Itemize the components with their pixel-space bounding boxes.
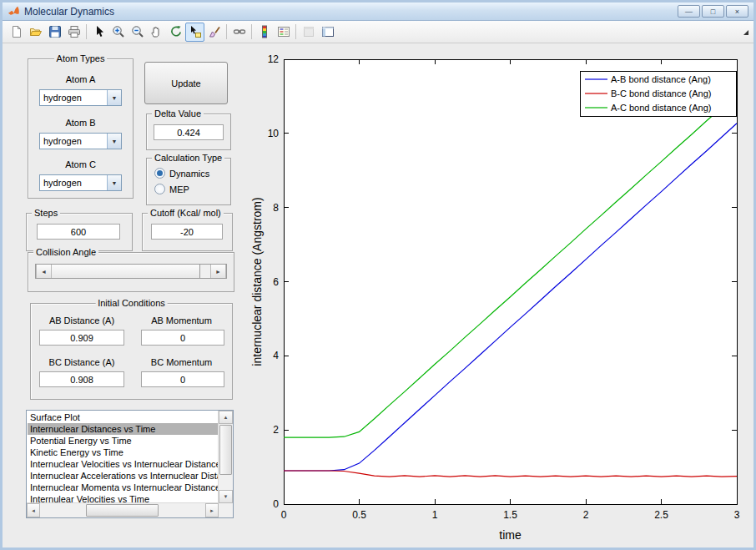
close-button[interactable]: × [726,5,748,18]
radio-dynamics[interactable]: Dynamics [154,168,209,179]
atom-c-value: hydrogen [40,178,107,188]
steps-input[interactable] [37,224,120,240]
print-icon[interactable] [64,23,83,42]
y-tick-label: 4 [273,350,279,361]
atom-a-select[interactable]: hydrogen ▼ [39,89,122,106]
panel-title: Calculation Type [152,153,224,163]
ab-distance-input[interactable] [39,330,124,346]
scroll-down-icon[interactable]: ▼ [219,490,233,503]
scrollbar-corner [219,503,233,517]
update-button[interactable]: Update [144,62,228,104]
hide-plot-tools-icon[interactable] [299,23,318,42]
chevron-down-icon: ▼ [107,90,121,105]
delta-value-panel: Delta Value [146,114,231,150]
open-file-icon[interactable] [26,23,45,42]
list-item[interactable]: Internuclear Distances vs Time [28,423,219,435]
vscroll-thumb[interactable] [219,425,232,475]
plot-axes[interactable]: 02468101200.511.522.53timeinternuclear d… [249,48,753,546]
steps-panel: Steps [26,213,133,251]
list-item[interactable]: Surface Plot [28,411,219,423]
toolbar-separator [295,24,296,39]
rotate-3d-icon[interactable] [166,23,185,42]
bc-momentum-input[interactable] [141,371,224,387]
slider-right-arrow-icon[interactable]: ► [210,265,226,278]
x-tick-label: 0.5 [352,509,366,521]
cutoff-input[interactable] [151,224,223,240]
atom-types-panel: Atom Types Atom A hydrogen ▼ Atom B hydr… [28,58,134,199]
x-tick-label: 2.5 [654,509,668,521]
radio-icon [154,168,165,179]
list-item[interactable]: Internuclear Accelerations vs Internucle… [28,470,219,482]
slider-left-arrow-icon[interactable]: ◄ [36,265,52,278]
radio-label: Dynamics [169,169,209,179]
titlebar[interactable]: Molecular Dynamics — □ × [3,3,753,21]
toolbar-separator [251,24,252,39]
atom-b-select[interactable]: hydrogen ▼ [39,133,122,149]
calculation-type-panel: Calculation Type Dynamics MEP [146,158,231,205]
pan-icon[interactable] [147,23,166,42]
zoom-out-icon[interactable] [128,23,147,42]
atom-c-label: Atom C [28,159,133,169]
list-item[interactable]: Internuclear Velocities vs Internuclear … [28,458,219,470]
scroll-left-icon[interactable]: ◄ [27,503,40,517]
data-cursor-icon[interactable] [185,23,204,42]
ab-momentum-input[interactable] [141,330,224,346]
insert-legend-icon[interactable] [274,23,293,42]
toolbar-separator [86,24,87,39]
legend-entry-label: A-B bond distance (Ang) [611,74,711,84]
atom-b-label: Atom B [28,118,133,128]
y-tick-label: 0 [273,498,279,510]
slider-track[interactable] [200,265,210,278]
x-tick-label: 2 [583,509,589,521]
maximize-button[interactable]: □ [702,5,724,18]
hscroll-track[interactable] [40,503,205,517]
list-item[interactable]: Kinetic Energy vs Time [28,447,219,458]
window-title: Molecular Dynamics [24,6,114,18]
horizontal-scrollbar[interactable]: ◄ ► [27,502,219,517]
y-tick-label: 6 [273,276,279,288]
x-tick-label: 1.5 [503,509,517,521]
radio-mep[interactable]: MEP [154,184,189,194]
collision-angle-panel: Collision Angle ◄ ► [28,252,234,292]
bc-distance-label: BC Distance (A) [31,357,133,367]
initial-conditions-panel: Initial Conditions AB Distance (A) AB Mo… [30,303,233,400]
minimize-button[interactable]: — [678,5,700,18]
plot-type-listbox[interactable]: Surface PlotInternuclear Distances vs Ti… [26,410,234,518]
y-tick-label: 10 [268,128,280,139]
list-item[interactable]: Potential Energy vs Time [28,435,219,447]
show-plot-tools-icon[interactable] [318,23,337,42]
panel-title: Steps [32,208,60,218]
link-plots-icon[interactable] [229,23,249,42]
panel-title: Cutoff (Kcal/ mol) [148,208,224,218]
brush-icon[interactable] [204,23,224,42]
atom-a-value: hydrogen [40,93,107,103]
bc-momentum-label: BC Momentum [133,357,230,367]
hscroll-thumb[interactable] [86,504,159,517]
y-tick-label: 8 [273,202,279,214]
radio-label: MEP [169,184,189,194]
collision-angle-slider[interactable]: ◄ ► [35,264,227,279]
toolbar [3,21,753,43]
y-tick-label: 2 [273,424,279,436]
atom-c-select[interactable]: hydrogen ▼ [39,174,122,191]
save-icon[interactable] [45,23,64,42]
scroll-up-icon[interactable]: ▲ [219,411,233,424]
bc-distance-input[interactable] [39,371,124,387]
y-tick-label: 12 [268,53,280,65]
window-controls: — □ × [676,5,748,18]
delta-value-input[interactable] [154,124,224,140]
vertical-scrollbar[interactable]: ▲ ▼ [218,411,233,503]
new-figure-icon[interactable] [7,23,26,42]
slider-thumb[interactable] [52,265,200,278]
panel-title: Delta Value [152,108,204,119]
x-tick-label: 3 [734,509,740,521]
pointer-icon[interactable] [89,23,108,42]
panel-title: Atom Types [54,53,108,63]
matlab-figure-icon [8,5,20,18]
insert-colorbar-icon[interactable] [255,23,274,42]
legend-entry-label: B-C bond distance (Ang) [611,88,711,98]
zoom-in-icon[interactable] [108,23,128,42]
list-item[interactable]: Internuclear Momenta vs Internuclear Dis… [28,482,219,493]
scroll-right-icon[interactable]: ► [205,503,219,517]
toolbar-overflow-icon[interactable] [743,30,748,35]
